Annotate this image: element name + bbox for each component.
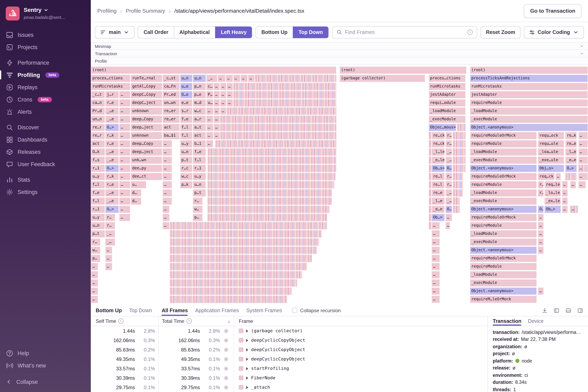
flame-frame[interactable]: p…e bbox=[193, 91, 206, 98]
flame-frame-cluster[interactable] bbox=[453, 206, 460, 213]
flame-frame[interactable]: … bbox=[119, 173, 131, 180]
flame-frame[interactable]: _… bbox=[105, 238, 115, 246]
flame-frame[interactable]: … bbox=[570, 206, 578, 213]
flame-frame[interactable]: u…y bbox=[91, 173, 105, 180]
flame-frame-cluster[interactable] bbox=[207, 197, 332, 205]
flame-frame[interactable]: O… bbox=[445, 206, 452, 213]
flame-frame[interactable]: … bbox=[220, 83, 227, 90]
flame-frame[interactable]: … bbox=[445, 214, 452, 221]
flame-frame-cluster[interactable] bbox=[453, 189, 463, 197]
sidebar-item-profiling[interactable]: Profilingbeta bbox=[0, 69, 91, 81]
flame-frame[interactable]: _execModule bbox=[470, 116, 588, 123]
details-tab-transaction[interactable]: Transaction bbox=[493, 316, 521, 326]
flame-frame[interactable]: r…1 bbox=[91, 206, 105, 213]
flame-frame[interactable]: e…e bbox=[180, 99, 193, 107]
sidebar-item-help[interactable]: Help bbox=[0, 347, 91, 359]
flame-frame[interactable]: … bbox=[570, 181, 576, 189]
flame-frame[interactable]: w… bbox=[193, 206, 203, 213]
flame-frame[interactable]: r… bbox=[91, 238, 101, 246]
flame-frame[interactable]: … bbox=[91, 279, 98, 287]
flame-frame[interactable]: … bbox=[562, 189, 568, 197]
flame-frame-cluster[interactable] bbox=[428, 189, 432, 197]
flame-frame[interactable]: u…n bbox=[180, 148, 193, 156]
flame-frame[interactable]: _l…e bbox=[565, 148, 577, 156]
flame-frame-cluster[interactable] bbox=[428, 148, 432, 156]
breadcrumb-profile-summary[interactable]: Profile Summary bbox=[126, 8, 165, 14]
tab-all-frames[interactable]: All Frames bbox=[162, 305, 188, 316]
flame-frame[interactable]: … bbox=[227, 99, 233, 107]
flame-frame[interactable]: … bbox=[562, 181, 568, 189]
flame-frame[interactable]: … bbox=[538, 214, 544, 221]
flame-frame[interactable]: … bbox=[431, 230, 440, 238]
flame-frame[interactable]: … bbox=[214, 116, 220, 123]
flame-frame[interactable]: Pr…ed bbox=[162, 91, 180, 98]
flame-frame[interactable]: u…n bbox=[91, 222, 105, 230]
flame-frame[interactable]: _e…e bbox=[431, 206, 445, 213]
flame-frame[interactable]: m…d bbox=[193, 99, 206, 107]
flame-frame[interactable]: _execModule bbox=[470, 197, 537, 205]
flame-frame[interactable]: … bbox=[91, 263, 98, 270]
flame-frame[interactable]: _c…st bbox=[162, 74, 180, 82]
flame-frame[interactable]: req…ck bbox=[538, 173, 555, 180]
flame-frame-cluster[interactable] bbox=[207, 156, 336, 164]
flame-frame[interactable]: … bbox=[105, 246, 113, 254]
expand-chevron-icon[interactable] bbox=[246, 348, 248, 351]
flame-frame[interactable]: _loadModule bbox=[470, 271, 537, 279]
tab-top-down[interactable]: Top Down bbox=[129, 305, 152, 316]
flame-frame[interactable]: … bbox=[555, 173, 561, 180]
flame-frame[interactable]: … bbox=[162, 222, 170, 230]
section-header-transaction[interactable]: Transaction bbox=[91, 50, 588, 57]
flame-frame-cluster[interactable] bbox=[453, 197, 460, 205]
flame-frame[interactable]: … bbox=[105, 254, 113, 262]
flame-frame[interactable]: requireModule bbox=[470, 263, 537, 270]
flame-frame[interactable]: a…t bbox=[193, 124, 206, 131]
flame-frame-cluster[interactable] bbox=[453, 164, 466, 172]
flame-frame[interactable]: O…> bbox=[565, 164, 577, 172]
flame-frame[interactable]: f…e bbox=[193, 148, 206, 156]
flame-frame[interactable]: _… bbox=[445, 156, 452, 164]
flame-frame[interactable]: runMicrotasks bbox=[91, 83, 131, 90]
flame-frame-cluster[interactable] bbox=[170, 222, 327, 230]
flame-frame[interactable]: _l…le bbox=[431, 148, 445, 156]
sidebar-collapse-button[interactable]: Collapse bbox=[0, 375, 91, 389]
flame-frame-cluster[interactable] bbox=[207, 189, 332, 197]
flame-frame[interactable]: … bbox=[91, 296, 98, 303]
flame-frame[interactable]: s…r bbox=[180, 107, 193, 115]
flame-frame[interactable]: deepC…ject bbox=[131, 99, 163, 107]
flame-frame[interactable]: w…c bbox=[180, 173, 193, 180]
flame-frame[interactable]: r… bbox=[105, 222, 115, 230]
flame-frame[interactable]: _e…le bbox=[431, 156, 445, 164]
flame-frame[interactable]: u…e bbox=[180, 83, 193, 90]
flame-frame[interactable]: Objec…mous> bbox=[428, 124, 456, 131]
flame-frame[interactable]: re…l bbox=[431, 181, 445, 189]
frame-settings-icon[interactable] bbox=[222, 385, 230, 390]
flame-frame[interactable]: r…k bbox=[105, 173, 119, 180]
flame-frame[interactable]: j…r bbox=[105, 91, 119, 98]
flame-frame[interactable]: … bbox=[431, 238, 440, 246]
flame-frame[interactable]: … bbox=[538, 222, 544, 230]
frame-settings-icon[interactable] bbox=[222, 366, 230, 371]
flame-frame[interactable]: Object.<anonymous> bbox=[470, 246, 537, 254]
flame-frame[interactable]: deep…ject bbox=[131, 124, 163, 131]
flame-frame[interactable]: (root) bbox=[91, 66, 336, 74]
flame-frame[interactable]: … bbox=[578, 181, 586, 189]
flame-frame-cluster[interactable] bbox=[255, 74, 336, 82]
flame-frame[interactable]: u…y bbox=[91, 214, 105, 221]
flame-frame[interactable]: … bbox=[578, 156, 588, 164]
flame-frame[interactable]: … bbox=[206, 116, 214, 123]
flame-frame[interactable]: _execModule bbox=[470, 279, 537, 287]
flame-frame[interactable]: u…n bbox=[193, 74, 206, 82]
table-row[interactable]: 49.35ms0.1%49.35ms0.1%deepCyclicCopyObje… bbox=[91, 354, 487, 364]
flame-frame-cluster[interactable] bbox=[453, 173, 463, 180]
sidebar-item-discover[interactable]: Discover bbox=[0, 121, 91, 134]
flame-frame-cluster[interactable] bbox=[453, 156, 466, 164]
flame-frame-cluster[interactable] bbox=[170, 263, 307, 270]
table-row[interactable]: 30.39ms0.1%30.39ms0.1%FiberNode bbox=[91, 373, 487, 382]
flame-frame[interactable]: requ…ock bbox=[538, 132, 564, 140]
flame-frame[interactable]: unk…wn bbox=[131, 156, 163, 164]
flame-frame-cluster[interactable] bbox=[207, 181, 334, 189]
flame-frame[interactable]: deep…Copy bbox=[131, 140, 163, 148]
flame-frame[interactable]: f…s bbox=[91, 156, 105, 164]
info-icon[interactable]: i bbox=[186, 318, 192, 324]
flame-frame[interactable]: requireModule bbox=[470, 181, 537, 189]
